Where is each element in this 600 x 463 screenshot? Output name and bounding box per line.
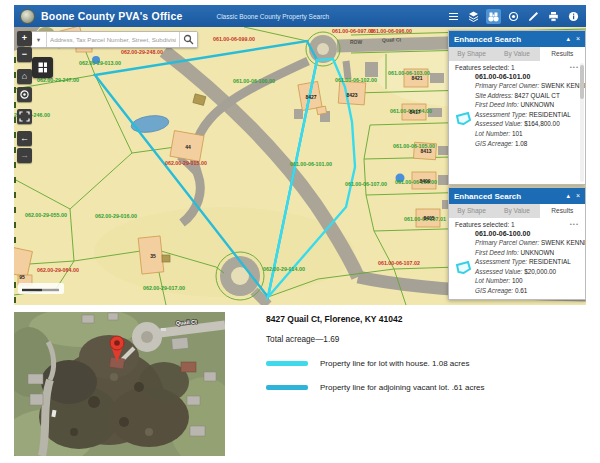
tab-by-shape[interactable]: By Shape <box>449 47 494 61</box>
search-input[interactable] <box>47 32 179 47</box>
parcel-label: 062.00-29-248.00 <box>121 49 163 55</box>
collapse-icon[interactable]: ▴ <box>566 31 570 47</box>
street-label: ROW <box>350 39 363 45</box>
legend-swatch-house-lot <box>266 361 308 366</box>
tab-by-value[interactable]: By Value <box>494 204 539 218</box>
locate-button[interactable] <box>17 87 32 102</box>
tab-by-value[interactable]: By Value <box>494 47 539 61</box>
app-title: Boone County PVA's Office <box>41 10 182 22</box>
extent-button[interactable] <box>17 109 32 124</box>
tab-by-shape[interactable]: By Shape <box>449 204 494 218</box>
features-selected-label: Features selected: 1 <box>455 221 515 228</box>
locate-icon <box>19 89 30 100</box>
panel-title: Enhanced Search <box>454 35 560 44</box>
report-address: 8427 Quail Ct, Florence, KY 41042 <box>266 314 586 324</box>
home-button[interactable]: ⌂ <box>17 69 32 84</box>
parcel-label: 061.00-06-107.02 <box>378 260 420 266</box>
measure-icon[interactable] <box>526 9 541 24</box>
info-icon[interactable] <box>566 9 581 24</box>
panel-title: Enhanced Search <box>454 192 560 201</box>
house-number: 8413 <box>420 148 431 154</box>
search-dropdown-button[interactable]: ▼ <box>31 32 47 47</box>
parcel-polygon-icon <box>455 260 471 278</box>
close-icon[interactable]: × <box>576 188 580 204</box>
parcel-label: 061.00-06-097.00 <box>332 28 374 34</box>
parcel-label: 061.00-06-103.00 <box>388 70 430 76</box>
magnifier-icon <box>183 34 194 45</box>
house-number: 8405 <box>423 215 434 221</box>
zoom-out-button[interactable]: − <box>17 47 32 62</box>
header-toolbar <box>446 5 581 27</box>
parcel-label: 062.00-29-014.00 <box>263 266 305 272</box>
panel-body: Features selected: 1 ••• 061.00-06-101.0… <box>449 61 585 184</box>
search-submit-button[interactable] <box>179 32 197 47</box>
house-number: 44 <box>185 144 191 150</box>
forward-button[interactable]: → <box>17 148 32 163</box>
parcel-label: 061.00-06-099.00 <box>213 36 255 42</box>
house-number: 8427 <box>305 94 316 100</box>
panel-header[interactable]: Enhanced Search ▴ × <box>449 188 585 204</box>
pva-app-window: Boone County PVA's Office Classic Boone … <box>14 5 586 305</box>
house-number: 8417 <box>409 109 420 115</box>
house-number: 8423 <box>346 92 357 98</box>
page: Boone County PVA's Office Classic Boone … <box>0 0 600 463</box>
collapse-icon[interactable]: ▴ <box>566 188 570 204</box>
enhanced-search-panel-1: Enhanced Search ▴ × By Shape By Value Re… <box>448 30 586 185</box>
parcel-label: 061.00-06-096.00 <box>370 28 412 34</box>
basemap-grid-button[interactable] <box>32 57 53 78</box>
panel-tabs: By Shape By Value Results <box>449 47 585 61</box>
parcel-label: 062.00-29-055.00 <box>25 212 67 218</box>
app-header: Boone County PVA's Office Classic Boone … <box>14 5 586 27</box>
parcel-label: 061.00-06-106.00 <box>395 179 437 185</box>
overflow-menu-icon[interactable]: ••• <box>570 64 579 71</box>
parcel-label: 062.00-29-064.00 <box>37 267 79 273</box>
back-button[interactable]: ← <box>17 131 32 146</box>
parcel-label: 061.00-06-107.00 <box>345 181 387 187</box>
print-icon[interactable] <box>546 9 561 24</box>
search-bar: ▼ <box>30 31 198 48</box>
close-icon[interactable]: × <box>576 31 580 47</box>
parcel-polygon-icon <box>455 111 471 129</box>
parcel-label: 062.00-29-016.00 <box>95 213 137 219</box>
tab-results[interactable]: Results <box>540 204 585 218</box>
features-selected-label: Features selected: 1 <box>455 64 515 71</box>
overflow-menu-icon[interactable]: ••• <box>570 221 579 228</box>
parcel-label: 062.00-29-017.00 <box>143 285 185 291</box>
map-canvas[interactable]: ROW Quail Ct 061.00-06-099.00 061.00-06-… <box>14 27 586 305</box>
grid-icon <box>38 62 47 73</box>
panel-scrollbar[interactable] <box>580 63 584 182</box>
house-number: 8409 <box>419 178 430 184</box>
extent-icon <box>19 111 30 122</box>
report-notes: 8427 Quail Ct, Florence, KY 41042 Total … <box>266 314 586 392</box>
app-subtitle: Classic Boone County Property Search <box>216 13 329 20</box>
panel-header[interactable]: Enhanced Search ▴ × <box>449 31 585 47</box>
house-number: 8421 <box>411 75 422 81</box>
tab-results[interactable]: Results <box>540 47 585 61</box>
parcel-id: 061.00-06-101.00 <box>475 73 579 80</box>
scale-bar <box>18 283 64 294</box>
enhanced-search-panel-2: Enhanced Search ▴ × By Shape By Value Re… <box>448 187 586 300</box>
shapes-icon[interactable] <box>506 9 521 24</box>
parcel-label: 061.00-06-101.00 <box>290 161 332 167</box>
result-item[interactable]: 061.00-06-100.00 Primary Parcel Owner: S… <box>455 230 579 296</box>
parcel-label: 062.00-29-013.00 <box>79 60 121 66</box>
county-seal-logo <box>20 9 35 24</box>
panel-body: Features selected: 1 ••• 061.00-06-100.0… <box>449 218 585 299</box>
house-number: 35 <box>150 253 156 259</box>
layers-icon[interactable] <box>466 9 481 24</box>
parcel-id: 061.00-06-100.00 <box>475 230 579 237</box>
legend-row-vacant-lot: Property line for adjoining vacant lot. … <box>266 383 586 392</box>
zoom-in-button[interactable]: + <box>17 31 32 46</box>
menu-list-icon[interactable] <box>446 9 461 24</box>
street-label: Quail Ct <box>382 36 402 43</box>
aerial-photo: Quail Ct <box>14 312 225 456</box>
binoculars-icon[interactable] <box>486 9 501 24</box>
report-total-acreage: Total acreage—1.69 <box>266 335 586 344</box>
parcel-label: 061.00-06-100.00 <box>233 78 275 84</box>
legend-row-house-lot: Property line for lot with house. 1.08 a… <box>266 359 586 368</box>
house-number: 95 <box>19 274 25 280</box>
parcel-label: 062.00-29-015.00 <box>165 160 207 166</box>
legend-swatch-vacant-lot <box>266 385 308 390</box>
result-item[interactable]: 061.00-06-101.00 Primary Parcel Owner: S… <box>455 73 579 148</box>
panel-tabs: By Shape By Value Results <box>449 204 585 218</box>
